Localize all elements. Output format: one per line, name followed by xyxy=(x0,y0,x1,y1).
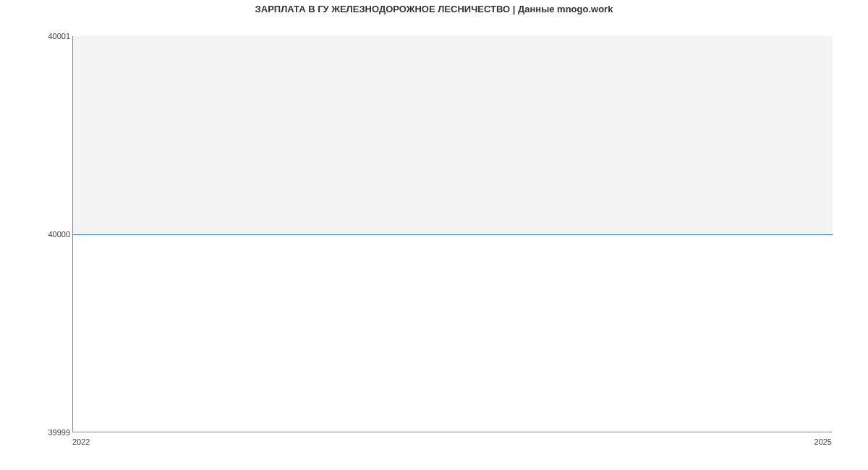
x-tick-label: 2025 xyxy=(814,437,832,446)
x-tick-label: 2022 xyxy=(72,437,90,446)
chart-title: ЗАРПЛАТА В ГУ ЖЕЛЕЗНОДОРОЖНОЕ ЛЕСНИЧЕСТВ… xyxy=(0,4,868,14)
data-line xyxy=(73,234,833,235)
y-tick-label: 40001 xyxy=(27,32,70,40)
y-tick-label: 39999 xyxy=(27,428,70,437)
area-fill xyxy=(73,36,833,234)
plot-area xyxy=(72,36,832,432)
y-tick-label: 40000 xyxy=(27,230,70,239)
